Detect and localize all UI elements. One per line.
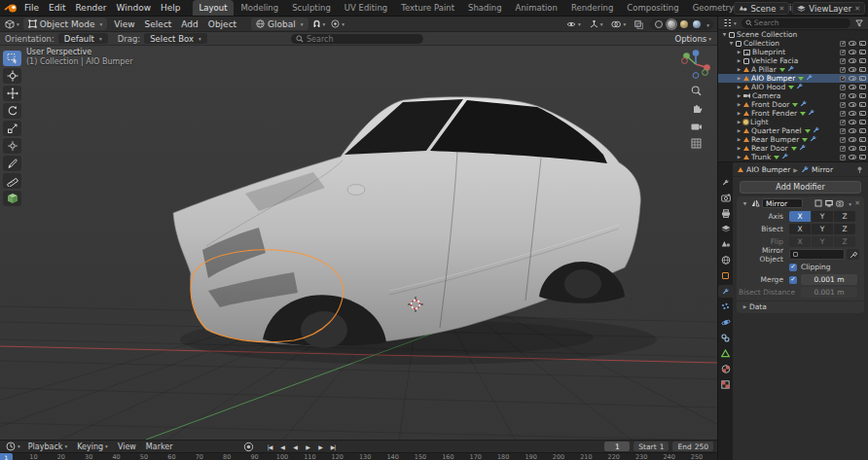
frame-start-field[interactable]: Start1: [633, 442, 669, 451]
properties-tab-constraints[interactable]: [718, 332, 733, 344]
viewport-menu-add[interactable]: Add: [176, 19, 202, 29]
hide-in-viewport-icon[interactable]: [849, 67, 856, 72]
bisect-z-button[interactable]: Z: [834, 224, 855, 234]
workspace-tab-animation[interactable]: Animation: [509, 0, 564, 16]
tool-rotate[interactable]: [3, 103, 21, 119]
outliner-editor-type-icon[interactable]: [721, 18, 739, 27]
outliner-row-aio-bumper[interactable]: AIO Bumper: [718, 74, 868, 83]
selectable-checkbox-icon[interactable]: [840, 128, 846, 134]
hide-in-viewport-icon[interactable]: [849, 128, 856, 133]
orientation-setting-dropdown[interactable]: Default: [58, 33, 108, 44]
tool-transform[interactable]: [3, 138, 21, 154]
edit-mode-display-toggle[interactable]: [814, 199, 822, 207]
timeline-editor-type-icon[interactable]: [4, 442, 22, 451]
object-types-visibility-icon[interactable]: [564, 20, 583, 28]
expand-caret-icon[interactable]: [735, 137, 743, 142]
selectable-checkbox-icon[interactable]: [840, 85, 846, 90]
expand-caret-icon[interactable]: [735, 128, 743, 133]
tool-select-box[interactable]: [3, 51, 21, 66]
clipping-checkbox[interactable]: [789, 264, 797, 271]
properties-tab-material[interactable]: [718, 363, 733, 375]
scene-selector[interactable]: Scene: [734, 2, 789, 15]
current-frame-field[interactable]: 1: [604, 442, 630, 451]
expand-caret-icon[interactable]: [735, 120, 743, 124]
playhead[interactable]: 1: [0, 453, 13, 460]
selectable-checkbox-icon[interactable]: [840, 58, 846, 64]
properties-tab-tool[interactable]: [718, 176, 733, 189]
workspace-tab-modeling[interactable]: Modeling: [234, 0, 285, 16]
outliner-row-front-door[interactable]: Front Door: [718, 100, 868, 109]
mirror-object-field[interactable]: [789, 249, 845, 260]
viewport-menu-select[interactable]: Select: [140, 19, 177, 29]
menu-edit[interactable]: Edit: [44, 0, 70, 16]
hide-in-viewport-icon[interactable]: [849, 58, 856, 63]
outliner-search-box[interactable]: [741, 18, 850, 28]
transform-orientation-selector[interactable]: Global: [251, 18, 307, 30]
snapping-magnet-icon[interactable]: [310, 19, 328, 28]
bisect-x-button[interactable]: X: [789, 224, 811, 234]
hide-in-viewport-icon[interactable]: [849, 111, 856, 116]
expand-caret-icon[interactable]: [735, 111, 743, 116]
mode-selector[interactable]: Object Mode: [23, 18, 107, 30]
selectable-checkbox-icon[interactable]: [840, 111, 846, 117]
menu-render[interactable]: Render: [71, 0, 112, 16]
disable-in-render-icon[interactable]: [859, 85, 866, 89]
properties-tab-view-layer[interactable]: [718, 223, 733, 235]
properties-tab-particles[interactable]: [718, 301, 733, 313]
merge-value-field[interactable]: 0.001 m: [801, 274, 857, 285]
hide-in-viewport-icon[interactable]: [849, 102, 856, 107]
hide-in-viewport-icon[interactable]: [849, 137, 856, 142]
disable-in-render-icon[interactable]: [859, 50, 866, 54]
workspace-tab-shading[interactable]: Shading: [461, 0, 509, 16]
breadcrumb-modifier[interactable]: Mirror: [812, 165, 833, 174]
shading-solid-button[interactable]: [667, 19, 676, 29]
disable-in-render-icon[interactable]: [859, 41, 866, 46]
auto-keying-toggle[interactable]: [243, 442, 254, 452]
properties-tab-physics[interactable]: [718, 316, 733, 329]
hide-in-viewport-icon[interactable]: [849, 93, 856, 98]
hide-in-viewport-icon[interactable]: [849, 76, 856, 81]
tool-search-box[interactable]: [291, 34, 423, 44]
merge-checkbox[interactable]: [789, 276, 797, 284]
properties-tab-texture[interactable]: [718, 378, 733, 391]
disable-in-render-icon[interactable]: [859, 155, 866, 159]
outliner-row-camera[interactable]: Camera: [718, 91, 868, 100]
outliner-row-a-pillar[interactable]: A Pillar: [718, 65, 868, 74]
overlays-toggle-icon[interactable]: [609, 20, 628, 28]
hide-in-viewport-icon[interactable]: [849, 50, 856, 54]
perspective-toggle-icon[interactable]: [688, 135, 705, 151]
selectable-checkbox-icon[interactable]: [840, 155, 846, 160]
options-dropdown[interactable]: Options: [674, 32, 711, 45]
expand-caret-icon[interactable]: [735, 102, 743, 107]
selectable-checkbox-icon[interactable]: [840, 50, 846, 55]
properties-tab-modifiers[interactable]: [718, 285, 733, 298]
hide-in-viewport-icon[interactable]: [849, 41, 856, 46]
viewport-3d[interactable]: User Perspective (1) Collection | AIO Bu…: [0, 46, 717, 440]
disable-in-render-icon[interactable]: [859, 128, 866, 133]
disable-in-render-icon[interactable]: [859, 58, 866, 63]
eyedropper-button[interactable]: [847, 249, 859, 260]
timeline-menu-view[interactable]: View: [113, 442, 141, 451]
gizmos-toggle-icon[interactable]: [588, 20, 605, 29]
bisect-y-button[interactable]: Y: [812, 224, 833, 234]
disable-in-render-icon[interactable]: [859, 111, 866, 116]
add-modifier-button[interactable]: Add Modifier: [740, 181, 861, 194]
outliner-row-vehicle-facia[interactable]: Vehicle Facia: [718, 56, 868, 65]
timeline-menu-marker[interactable]: Marker: [141, 442, 178, 451]
render-display-toggle[interactable]: [836, 199, 844, 207]
tool-move[interactable]: [3, 86, 21, 101]
modifier-extras-dropdown[interactable]: [847, 198, 851, 208]
blender-logo-icon[interactable]: [3, 2, 19, 15]
tool-measure[interactable]: [3, 173, 21, 189]
jump-to-start-button[interactable]: |◀: [265, 442, 275, 451]
hide-in-viewport-icon[interactable]: [849, 120, 856, 124]
flip-z-button[interactable]: Z: [834, 236, 855, 247]
expand-caret-icon[interactable]: [727, 41, 736, 46]
disable-in-render-icon[interactable]: [859, 76, 866, 81]
hide-in-viewport-icon[interactable]: [849, 146, 856, 151]
axis-z-button[interactable]: Z: [834, 211, 855, 222]
data-expand-caret[interactable]: [741, 304, 749, 309]
jump-to-prev-keyframe-button[interactable]: ◀: [277, 442, 288, 451]
menu-window[interactable]: Window: [112, 0, 157, 16]
selectable-checkbox-icon[interactable]: [840, 137, 846, 143]
